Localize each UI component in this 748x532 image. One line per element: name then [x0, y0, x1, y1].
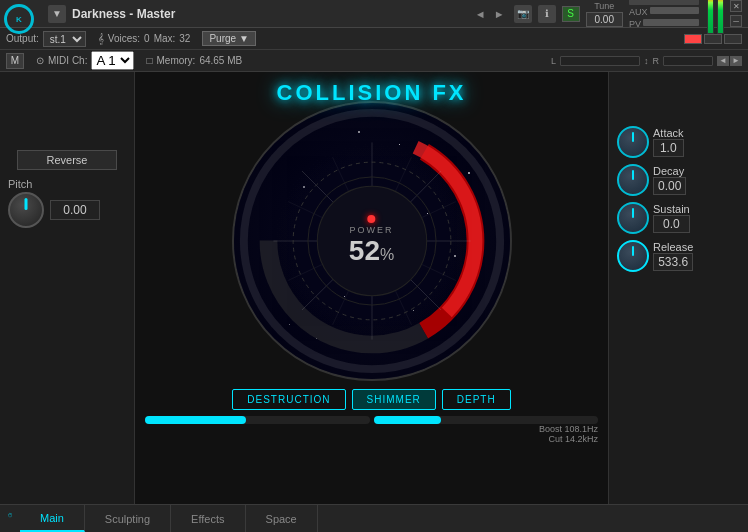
- depth-button[interactable]: DEPTH: [442, 389, 511, 410]
- pitch-value: 0.00: [50, 200, 100, 220]
- logo-ring: K: [4, 4, 34, 34]
- nav-icon-refresh[interactable]: [0, 505, 20, 525]
- midi-icon: ⊙: [36, 55, 44, 66]
- sliders-row: [135, 416, 608, 424]
- release-knob[interactable]: [617, 240, 649, 272]
- tab-effects[interactable]: Effects: [171, 505, 245, 532]
- s-button[interactable]: S: [562, 6, 580, 22]
- center-panel: COLLISION FX: [135, 72, 608, 504]
- rec-sq-2: [704, 34, 722, 44]
- sustain-value: 0.0: [653, 215, 690, 233]
- pitch-section: Pitch 0.00: [8, 178, 126, 228]
- attack-value: 1.0: [653, 139, 684, 157]
- prev-button[interactable]: ◄: [472, 8, 489, 20]
- pv-label: PV: [629, 19, 641, 29]
- output-label: Output:: [6, 33, 39, 44]
- boost-cut-display: Boost 108.1Hz Cut 14.2kHz: [135, 424, 608, 444]
- pitch-knob-container: 0.00: [8, 192, 100, 228]
- decay-row: Decay 0.00: [617, 164, 740, 196]
- aux-bar: [650, 7, 699, 14]
- decay-info: Decay 0.00: [653, 165, 686, 195]
- pitch-label: Pitch: [8, 178, 32, 190]
- destruction-button[interactable]: DESTRUCTION: [232, 389, 345, 410]
- level-bar-l: [560, 56, 640, 66]
- memory-value: 64.65 MB: [199, 55, 242, 66]
- voices-icon: 𝄞: [98, 33, 104, 45]
- slider-2-fill: [374, 416, 441, 424]
- slider-2[interactable]: [374, 416, 599, 424]
- dropdown-arrow[interactable]: ▼: [48, 5, 66, 23]
- level-bar-r: [663, 56, 713, 66]
- m-button[interactable]: M: [6, 53, 24, 69]
- power-percent: %: [380, 246, 394, 263]
- info-button[interactable]: ℹ: [538, 5, 556, 23]
- attack-info: Attack 1.0: [653, 127, 684, 157]
- power-value: 52: [349, 235, 380, 266]
- tab-space-label: Space: [266, 513, 297, 525]
- memory-field: □ Memory: 64.65 MB: [146, 55, 242, 66]
- purge-button[interactable]: Purge ▼: [202, 31, 255, 46]
- sustain-knob[interactable]: [617, 202, 649, 234]
- main-area: Reverse Pitch 0.00 COLLISION FX: [0, 72, 748, 504]
- decay-label: Decay: [653, 165, 686, 177]
- tune-value: 0.00: [586, 12, 623, 27]
- decay-knob[interactable]: [617, 164, 649, 196]
- tab-effects-label: Effects: [191, 513, 224, 525]
- tab-main-label: Main: [40, 512, 64, 524]
- power-dot: [367, 215, 375, 223]
- voices-field: 𝄞 Voices: 0 Max: 32: [98, 33, 191, 45]
- decay-value: 0.00: [653, 177, 686, 195]
- attack-row: Attack 1.0: [617, 126, 740, 158]
- power-label: POWER: [349, 225, 394, 235]
- max-value: 32: [179, 33, 190, 44]
- right-panel: Attack 1.0 Decay 0.00 Sustain 0.0 Releas…: [608, 72, 748, 504]
- sustain-info: Sustain 0.0: [653, 203, 690, 233]
- slider-1-fill: [145, 416, 246, 424]
- tab-main[interactable]: Main: [20, 505, 85, 532]
- max-label: Max:: [154, 33, 176, 44]
- midi-select[interactable]: A 1: [91, 51, 134, 70]
- left-panel: Reverse Pitch 0.00: [0, 72, 135, 504]
- sustain-label: Sustain: [653, 203, 690, 215]
- power-display: POWER 52%: [349, 215, 394, 267]
- close-button[interactable]: ✕: [730, 0, 742, 12]
- rec-sq-1: [684, 34, 702, 44]
- cut-label: Cut 14.2kHz: [548, 434, 598, 444]
- aux-label: AUX: [629, 7, 648, 17]
- camera-button[interactable]: 📷: [514, 5, 532, 23]
- nav-arrows: ◄ ►: [472, 8, 508, 20]
- third-bar: M ⊙ MIDI Ch: A 1 □ Memory: 64.65 MB L ↕ …: [0, 50, 748, 72]
- next-button[interactable]: ►: [491, 8, 508, 20]
- level-arrows: ◄ ►: [717, 56, 742, 66]
- midi-label: MIDI Ch:: [48, 55, 87, 66]
- bottom-nav: Main Sculpting Effects Space: [0, 504, 748, 532]
- tune-bar-top: [629, 0, 699, 5]
- rec-indicators: [684, 34, 742, 44]
- shimmer-button[interactable]: SHIMMER: [352, 389, 436, 410]
- tab-space[interactable]: Space: [246, 505, 318, 532]
- visualizer-wrapper: POWER 52%: [232, 101, 512, 381]
- midi-field: ⊙ MIDI Ch: A 1: [36, 51, 134, 70]
- release-row: Release 533.6: [617, 240, 740, 272]
- bottom-buttons: DESTRUCTION SHIMMER DEPTH: [232, 389, 510, 410]
- tab-sculpting[interactable]: Sculpting: [85, 505, 171, 532]
- collision-title: COLLISION FX: [277, 80, 467, 106]
- attack-knob[interactable]: [617, 126, 649, 158]
- release-info: Release 533.6: [653, 241, 693, 271]
- tune-label: Tune: [594, 1, 614, 11]
- pitch-knob[interactable]: [8, 192, 44, 228]
- refresh-icon: [8, 507, 12, 523]
- memory-label: Memory:: [157, 55, 196, 66]
- release-value: 533.6: [653, 253, 693, 271]
- voices-value: 0: [144, 33, 150, 44]
- minimize-button[interactable]: ─: [730, 15, 742, 27]
- sustain-row: Sustain 0.0: [617, 202, 740, 234]
- reverse-button[interactable]: Reverse: [17, 150, 117, 170]
- visualizer-bg: POWER 52%: [232, 101, 512, 381]
- boost-label: Boost 108.1Hz: [539, 424, 598, 434]
- memory-icon: □: [146, 55, 152, 66]
- attack-label: Attack: [653, 127, 684, 139]
- level-meter-r: [717, 0, 724, 34]
- slider-1[interactable]: [145, 416, 370, 424]
- output-select[interactable]: st.1: [43, 31, 86, 47]
